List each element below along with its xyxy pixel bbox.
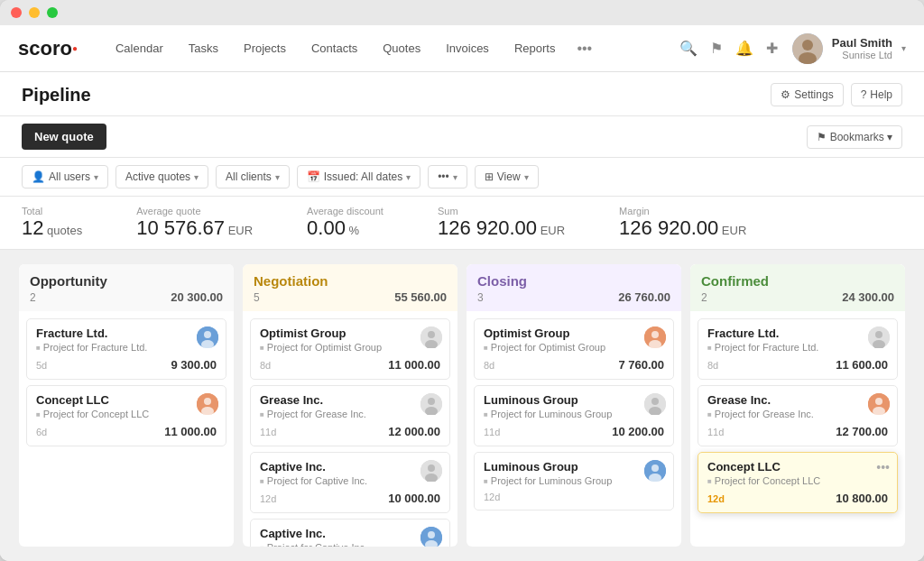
user-name: Paul Smith [832,36,892,50]
avatar [197,326,218,348]
view-icon: ⊞ [485,170,494,183]
bookmark-icon[interactable]: ⚑ [710,40,723,57]
stage-total-opportunity: 20 300.00 [171,290,223,304]
stage-header-opportunity: Opportunity220 300.00 [19,264,234,311]
avatar [197,393,218,415]
nav-tasks[interactable]: Tasks [178,36,229,60]
bell-icon[interactable]: 🔔 [735,40,753,57]
card[interactable]: Fracture Ltd.Project for Fracture Ltd.8d… [698,318,898,380]
card-project: Project for Luminous Group [484,475,664,486]
card-company: Concept LLC [707,460,888,474]
card[interactable]: Grease Inc.Project for Grease Inc.11d12 … [250,385,450,446]
bookmarks-button[interactable]: ⚑ Bookmarks ▾ [807,125,902,149]
avatar [420,527,442,547]
stage-cards-negotiation: Optimist GroupProject for Optimist Group… [243,311,457,547]
card[interactable]: Grease Inc.Project for Grease Inc.11d12 … [698,385,898,446]
bookmark-icon: ⚑ [817,131,827,143]
help-icon: ? [861,88,867,101]
card-project: Project for Luminous Group [484,409,664,419]
close-button[interactable] [11,7,22,18]
card-amount: 10 200.00 [612,425,664,438]
stage-cards-confirmed: Fracture Ltd.Project for Fracture Ltd.8d… [690,311,905,547]
svg-point-28 [651,464,659,472]
filter-all-clients[interactable]: All clients ▾ [216,165,290,189]
stage-cards-opportunity: Fracture Ltd.Project for Fracture Ltd.5d… [19,311,234,547]
navbar: scoro● Calendar Tasks Projects Contacts … [0,25,924,72]
dropdown-arrow-icon: ▾ [524,172,529,182]
card-project: Project for Optimist Group [484,342,664,353]
card-amount: 12 000.00 [388,425,440,438]
gear-icon: ⚙ [781,88,790,101]
nav-projects[interactable]: Projects [233,36,297,60]
users-icon: 👤 [32,170,45,183]
user-chevron-icon: ▾ [901,43,906,53]
stage-title-closing: Closing [477,273,670,289]
avatar [644,460,666,482]
svg-point-4 [204,331,211,338]
logo: scoro● [18,37,78,60]
nav-contacts[interactable]: Contacts [300,36,368,60]
filter-issued[interactable]: 📅 Issued: All dates ▾ [297,165,420,189]
user-text: Paul Smith Sunrise Ltd [832,36,892,60]
filter-more[interactable]: ••• ▾ [428,165,467,189]
nav-invoices[interactable]: Invoices [435,36,500,60]
settings-button[interactable]: ⚙ Settings [771,83,843,106]
nav-more[interactable]: ••• [569,35,599,62]
svg-point-31 [875,331,882,338]
page-title: Pipeline [22,85,91,106]
card-days: 12d [484,492,500,502]
card[interactable]: Fracture Ltd.Project for Fracture Ltd.5d… [26,318,226,380]
stage-header-confirmed: Confirmed224 300.00 [690,264,905,311]
card-company: Captive Inc. [260,527,440,540]
stage-count-confirmed: 2 [701,291,707,304]
nav-reports[interactable]: Reports [504,36,567,60]
stage-title-negotiation: Negotiation [254,273,447,289]
stage-total-negotiation: 55 560.00 [394,290,447,304]
stage-title-confirmed: Confirmed [701,273,894,289]
card[interactable]: Luminous GroupProject for Luminous Group… [474,452,674,510]
stage-negotiation: Negotiation555 560.00Optimist GroupProje… [243,264,457,547]
filter-active-quotes[interactable]: Active quotes ▾ [116,165,208,189]
svg-point-1 [802,40,813,51]
filter-all-users[interactable]: 👤 All users ▾ [22,165,108,189]
new-quote-button[interactable]: New quote [22,124,106,150]
card-days: 12d [260,493,276,504]
card-amount: 11 000.00 [164,425,217,438]
filter-view[interactable]: ⊞ View ▾ [475,165,539,189]
user-company: Sunrise Ltd [832,50,892,60]
card-company: Captive Inc. [260,460,440,474]
card-company: Luminous Group [484,460,664,474]
card[interactable]: Luminous GroupProject for Luminous Group… [474,385,674,446]
svg-point-25 [651,398,659,405]
search-icon[interactable]: 🔍 [679,40,698,57]
nav-quotes[interactable]: Quotes [372,36,431,60]
card-project: Project for Concept LLC [36,409,217,419]
card[interactable]: Concept LLCProject for Concept LLC6d11 0… [26,385,226,446]
card[interactable]: Optimist GroupProject for Optimist Group… [474,318,674,380]
user-info[interactable]: Paul Smith Sunrise Ltd ▾ [792,33,906,64]
svg-point-16 [428,464,435,472]
highlighted-card[interactable]: •••Concept LLCProject for Concept LLC12d… [698,452,898,513]
stage-count-closing: 3 [477,291,484,304]
nav-links: Calendar Tasks Projects Contacts Quotes … [105,35,679,62]
add-icon[interactable]: ✚ [766,40,778,57]
card-amount: 7 760.00 [618,358,664,372]
card-project: Project for Optimist Group [260,342,440,353]
card-company: Fracture Ltd. [707,326,888,340]
nav-calendar[interactable]: Calendar [105,36,174,60]
stage-total-confirmed: 24 300.00 [842,290,894,304]
card-amount: 10 800.00 [836,492,888,505]
stage-opportunity: Opportunity220 300.00Fracture Ltd.Projec… [19,264,234,547]
card-more-button[interactable]: ••• [876,460,890,474]
card-days: 11d [707,427,724,437]
minimize-button[interactable] [29,7,40,18]
card[interactable]: Optimist GroupProject for Optimist Group… [250,318,450,380]
card[interactable]: Captive Inc.Project for Captive Inc.12d1… [250,452,450,513]
card[interactable]: Captive Inc.Project for Captive Inc.14d1… [250,519,450,547]
card-company: Grease Inc. [260,393,440,407]
maximize-button[interactable] [47,7,58,18]
help-button[interactable]: ? Help [851,83,902,106]
card-company: Luminous Group [484,393,664,407]
svg-point-10 [428,331,435,338]
card-project: Project for Concept LLC [707,475,888,486]
